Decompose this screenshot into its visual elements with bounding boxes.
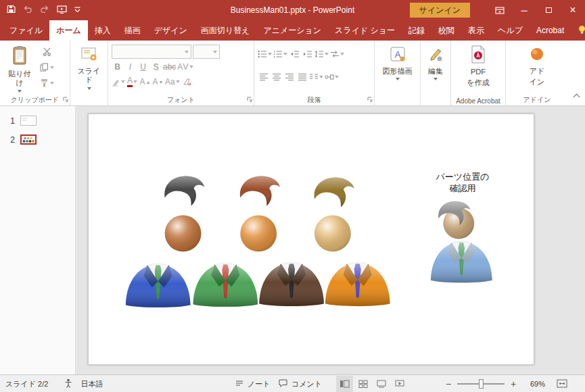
- slide-sorter-view-button[interactable]: [354, 376, 371, 392]
- tab-animations[interactable]: アニメーション: [256, 20, 328, 41]
- accessibility-icon[interactable]: [64, 378, 72, 389]
- columns-button[interactable]: [309, 70, 323, 84]
- tab-help[interactable]: ヘルプ: [491, 20, 530, 41]
- addins-button[interactable]: アド イン: [508, 43, 566, 89]
- tab-review[interactable]: 校閲: [431, 20, 461, 41]
- slide-caption[interactable]: パーツ位置の 確認用: [419, 171, 507, 194]
- reading-view-button[interactable]: [373, 376, 390, 392]
- new-slide-button[interactable]: スライド: [72, 43, 106, 92]
- body-part-blue-suit[interactable]: [126, 263, 191, 308]
- maximize-button[interactable]: [536, 0, 561, 20]
- slide-thumbnail-1[interactable]: 1: [8, 116, 75, 126]
- copy-button[interactable]: [39, 60, 55, 74]
- zoom-slider-thumb[interactable]: [479, 379, 484, 389]
- numbering-button[interactable]: [273, 47, 287, 61]
- bold-button[interactable]: B: [112, 60, 123, 74]
- body-part-orange-suit[interactable]: [325, 262, 390, 306]
- customize-qat-icon[interactable]: [74, 5, 80, 15]
- collapse-ribbon-button[interactable]: [574, 92, 579, 101]
- slide-thumbnail-2[interactable]: 2: [8, 134, 75, 145]
- head-part-gold[interactable]: [314, 216, 351, 252]
- dialog-launcher-icon[interactable]: [247, 95, 252, 104]
- tab-draw[interactable]: 描画: [118, 20, 147, 41]
- save-icon[interactable]: [7, 5, 16, 16]
- ribbon-group-font: B I U S abc AV A A▲ A▼ Aa フォント: [108, 41, 254, 105]
- caret-icon: [434, 78, 438, 80]
- hair-part-brown[interactable]: [240, 176, 280, 206]
- decrease-indent-button[interactable]: [289, 47, 300, 61]
- zoom-in-button[interactable]: +: [508, 378, 519, 389]
- tab-file[interactable]: ファイル: [3, 20, 49, 41]
- language-indicator[interactable]: 日本語: [80, 379, 103, 389]
- minimize-button[interactable]: ─: [512, 0, 536, 20]
- text-shadow-button[interactable]: S: [150, 60, 162, 74]
- tab-design[interactable]: デザイン: [147, 20, 194, 41]
- zoom-slider[interactable]: [457, 383, 505, 385]
- dialog-launcher-icon[interactable]: [63, 95, 68, 104]
- slide-thumbnail-image-selected[interactable]: [20, 134, 37, 145]
- body-part-green-suit[interactable]: [193, 262, 258, 307]
- font-family-select[interactable]: [112, 45, 191, 59]
- lightbulb-icon: [578, 25, 585, 36]
- clear-formatting-button[interactable]: [181, 75, 193, 89]
- start-slideshow-icon[interactable]: [57, 5, 67, 16]
- close-button[interactable]: ×: [561, 0, 585, 20]
- tab-insert[interactable]: 挿入: [88, 20, 118, 41]
- titlebar: BusinessMan01.pptx - PowerPoint サインイン ─ …: [0, 0, 585, 20]
- underline-button[interactable]: U: [137, 60, 149, 74]
- change-case-button[interactable]: Aa: [165, 75, 180, 89]
- text-direction-button[interactable]: [330, 47, 344, 61]
- zoom-percentage[interactable]: 69%: [522, 380, 545, 388]
- figure-body[interactable]: [431, 241, 492, 283]
- slide-canvas[interactable]: パーツ位置の 確認用: [76, 106, 585, 374]
- create-pdf-button[interactable]: PDF を作成: [453, 43, 503, 90]
- tab-record[interactable]: 記録: [402, 20, 431, 41]
- slideshow-view-button[interactable]: [391, 376, 408, 392]
- shrink-font-button[interactable]: A▼: [152, 75, 164, 89]
- tab-view[interactable]: 表示: [461, 20, 491, 41]
- slide-thumbnail-image[interactable]: [20, 116, 37, 126]
- hair-part-olive[interactable]: [314, 178, 354, 207]
- slide-editing-area[interactable]: パーツ位置の 確認用: [88, 114, 534, 365]
- align-left-button[interactable]: [258, 70, 269, 84]
- head-part-orange[interactable]: [240, 216, 277, 252]
- paste-button[interactable]: 貼り付け: [2, 43, 37, 95]
- grow-font-button[interactable]: A▲: [139, 75, 151, 89]
- convert-to-smartart-button[interactable]: [325, 70, 339, 84]
- italic-button[interactable]: I: [124, 60, 136, 74]
- tab-slideshow[interactable]: スライド ショー: [328, 20, 402, 41]
- tab-acrobat[interactable]: Acrobat: [530, 20, 571, 41]
- notes-label: ノート: [248, 379, 271, 389]
- cut-button[interactable]: [39, 45, 55, 59]
- drawing-button[interactable]: A 図形描画: [377, 43, 418, 82]
- comments-toggle[interactable]: コメント: [279, 375, 322, 392]
- font-color-button[interactable]: A: [126, 75, 138, 89]
- dialog-launcher-icon[interactable]: [367, 95, 373, 104]
- tell-me-control[interactable]: 操作アシ: [571, 20, 585, 41]
- tab-transitions[interactable]: 画面切り替え: [194, 20, 257, 41]
- hair-part-dark[interactable]: [164, 176, 204, 206]
- fit-slide-to-window-button[interactable]: [557, 379, 567, 389]
- body-part-brown-suit[interactable]: [259, 262, 324, 306]
- zoom-out-button[interactable]: −: [443, 378, 454, 389]
- editing-button[interactable]: 編集: [423, 43, 448, 82]
- font-size-select[interactable]: [193, 45, 220, 59]
- align-right-button[interactable]: [283, 70, 295, 84]
- highlight-pen-button[interactable]: [112, 75, 125, 89]
- format-painter-button[interactable]: [39, 76, 55, 90]
- head-part-copper[interactable]: [165, 216, 202, 252]
- ribbon-display-options-icon[interactable]: [488, 0, 512, 20]
- notes-toggle[interactable]: ノート: [235, 375, 271, 392]
- tab-home[interactable]: ホーム: [49, 20, 88, 41]
- normal-view-button[interactable]: [336, 376, 353, 392]
- slide-indicator[interactable]: スライド 2/2: [5, 379, 48, 389]
- character-spacing-button[interactable]: AV: [177, 60, 193, 74]
- signin-button[interactable]: サインイン: [410, 3, 470, 18]
- statusbar-left: スライド 2/2 日本語: [5, 375, 103, 392]
- justify-button[interactable]: [296, 70, 308, 84]
- increase-indent-button[interactable]: [302, 47, 313, 61]
- bullets-button[interactable]: [258, 47, 272, 61]
- line-spacing-button[interactable]: [314, 47, 329, 61]
- align-center-button[interactable]: [271, 70, 282, 84]
- strikethrough-button[interactable]: abc: [163, 60, 176, 74]
